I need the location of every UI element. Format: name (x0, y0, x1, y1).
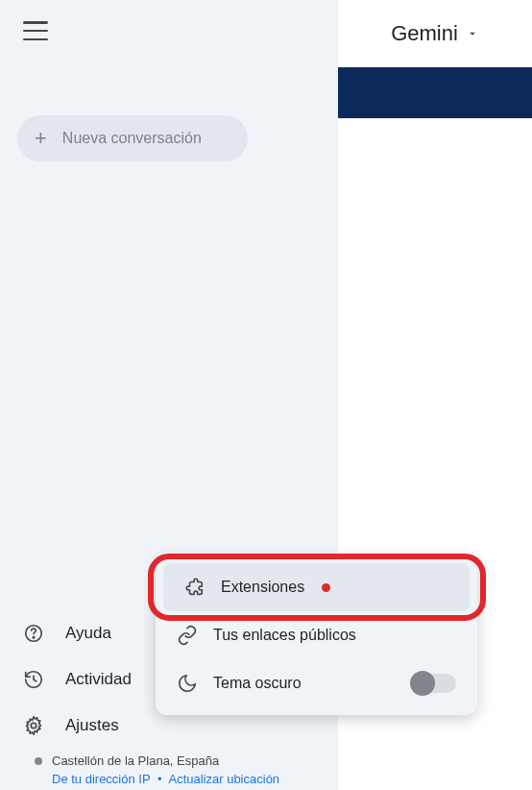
new-conversation-button[interactable]: + Nueva conversación (17, 115, 248, 161)
help-icon (23, 623, 44, 644)
location-dot-icon (35, 757, 42, 765)
extension-icon (184, 577, 206, 598)
settings-menu-item[interactable]: Ajustes (23, 715, 132, 736)
content-header-bar (338, 67, 532, 118)
ip-source-link[interactable]: De tu dirección IP (52, 772, 150, 786)
app-name: Gemini (391, 21, 458, 46)
dark-theme-menu-item[interactable]: Tema oscuro (156, 659, 477, 707)
location-city: Castellón de la Plana, España (52, 753, 219, 768)
gear-icon (23, 715, 44, 736)
dark-theme-toggle[interactable] (412, 674, 456, 693)
notification-dot-icon (322, 583, 330, 592)
caret-down-icon (466, 27, 479, 40)
activity-menu-item[interactable]: Actividad (23, 669, 132, 690)
help-menu-item[interactable]: Ayuda (23, 623, 132, 644)
header: Gemini (338, 0, 532, 67)
svg-point-2 (31, 723, 36, 728)
new-conversation-label: Nueva conversación (62, 130, 202, 147)
activity-label: Actividad (65, 670, 132, 689)
public-links-label: Tus enlaces públicos (213, 627, 356, 644)
dark-theme-label: Tema oscuro (213, 675, 302, 692)
extensions-label: Extensiones (221, 579, 304, 596)
location-footer: Castellón de la Plana, España De tu dire… (35, 753, 279, 786)
hamburger-menu-button[interactable] (23, 21, 50, 40)
moon-icon (177, 673, 198, 694)
svg-point-1 (33, 636, 34, 637)
link-icon (177, 625, 198, 646)
history-icon (23, 669, 44, 690)
settings-label: Ajustes (65, 716, 119, 735)
gemini-model-dropdown[interactable]: Gemini (391, 21, 479, 46)
extensions-menu-item[interactable]: Extensiones (163, 563, 470, 611)
sidebar-bottom-menu: Ayuda Actividad Ajustes (23, 623, 132, 736)
toggle-knob (410, 671, 435, 696)
public-links-menu-item[interactable]: Tus enlaces públicos (156, 611, 477, 659)
update-location-link[interactable]: Actualizar ubicación (168, 772, 279, 786)
plus-icon: + (35, 126, 47, 151)
help-label: Ayuda (65, 624, 111, 643)
settings-popup: Extensiones Tus enlaces públicos Tema os… (156, 555, 477, 715)
